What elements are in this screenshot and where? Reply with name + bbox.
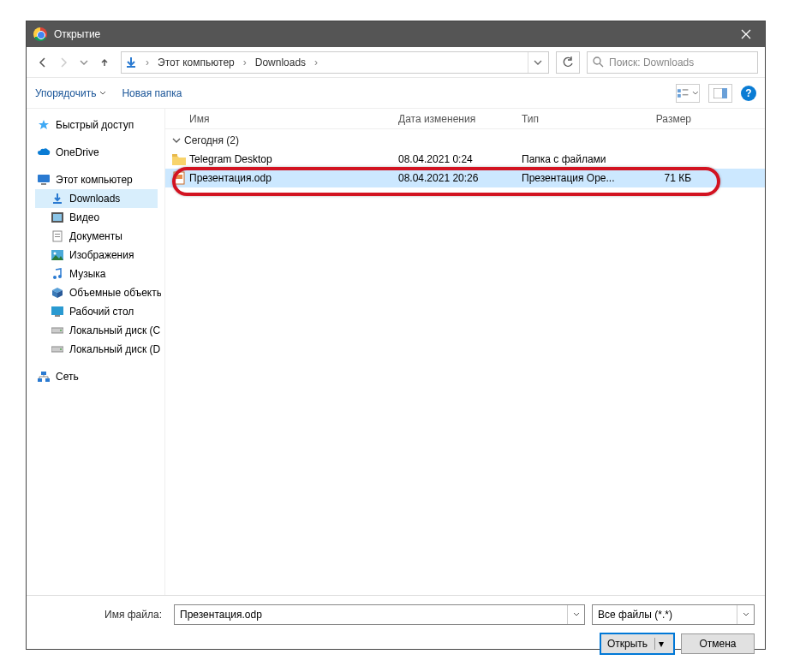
chevron-right-icon[interactable]: › (142, 56, 152, 68)
downloads-icon (51, 192, 64, 205)
dropdown-icon[interactable] (567, 605, 584, 624)
image-icon (51, 248, 64, 262)
svg-rect-4 (678, 93, 681, 97)
footer: Имя файла: Презентация.odp Все файлы (*.… (27, 595, 765, 663)
titlebar: Открытие (27, 21, 765, 47)
svg-rect-12 (53, 214, 62, 221)
drive-icon (51, 324, 64, 337)
desktop-icon (51, 305, 64, 318)
svg-rect-20 (51, 306, 63, 315)
svg-point-23 (60, 330, 62, 331)
search-icon (593, 56, 604, 68)
folder-icon (172, 152, 186, 166)
tree-local-disk-d[interactable]: Локальный диск (D:) (35, 340, 161, 359)
svg-point-17 (54, 253, 57, 255)
tree-documents[interactable]: Документы (35, 227, 161, 246)
svg-rect-5 (683, 93, 689, 94)
help-button[interactable]: ? (741, 86, 756, 101)
monitor-icon (37, 173, 51, 187)
address-history-button[interactable] (528, 52, 546, 73)
file-open-dialog: Открытие › Этот компьютер › Downloads › (26, 21, 766, 650)
svg-point-1 (594, 57, 600, 64)
chevron-right-icon[interactable]: › (240, 56, 250, 68)
column-type[interactable]: Тип (522, 113, 624, 125)
tree-onedrive[interactable]: OneDrive (35, 143, 161, 162)
tree-local-disk-c[interactable]: Локальный диск (C:) (35, 321, 161, 340)
preview-pane-button[interactable] (708, 84, 732, 103)
organize-button[interactable]: Упорядочить (35, 87, 106, 99)
svg-rect-10 (53, 202, 62, 204)
filename-label: Имя файла: (37, 609, 167, 621)
svg-rect-27 (38, 378, 42, 382)
group-header[interactable]: Сегодня (2) (165, 129, 765, 150)
recent-locations-button[interactable] (75, 53, 93, 72)
chevron-down-icon (172, 136, 181, 145)
tree-downloads[interactable]: Downloads (35, 189, 158, 208)
tree-desktop[interactable]: Рабочий стол (35, 302, 161, 321)
refresh-button[interactable] (556, 51, 580, 74)
filename-input[interactable]: Презентация.odp (174, 604, 585, 625)
column-size[interactable]: Размер (624, 113, 691, 125)
music-icon (51, 267, 64, 281)
dropdown-icon[interactable] (737, 605, 754, 624)
crumb-this-pc[interactable]: Этот компьютер (152, 55, 240, 70)
up-button[interactable] (95, 53, 114, 72)
view-options-button[interactable] (676, 84, 700, 103)
svg-rect-28 (45, 378, 50, 382)
svg-rect-29 (172, 154, 177, 157)
svg-rect-9 (41, 183, 46, 185)
svg-point-25 (60, 348, 62, 350)
star-icon (37, 118, 51, 132)
column-header-row: Имя Дата изменения Тип Размер (165, 109, 765, 129)
nav-tree: Быстрый доступ OneDrive Этот компьютер D… (27, 109, 165, 595)
file-row-folder[interactable]: Telegram Desktop 08.04.2021 0:24 Папка с… (165, 150, 765, 169)
svg-rect-2 (678, 89, 681, 92)
close-button[interactable] (727, 21, 765, 47)
dropdown-icon (99, 90, 106, 97)
tree-this-pc[interactable]: Этот компьютер (35, 170, 161, 189)
tree-quick-access[interactable]: Быстрый доступ (35, 116, 161, 134)
search-placeholder: Поиск: Downloads (609, 56, 694, 68)
tree-network[interactable]: Сеть (35, 367, 161, 386)
presentation-icon (172, 171, 186, 185)
film-icon (51, 211, 64, 224)
cancel-button[interactable]: Отмена (681, 633, 755, 654)
svg-point-19 (58, 275, 62, 278)
svg-rect-15 (55, 236, 60, 237)
crumb-downloads[interactable]: Downloads (250, 55, 311, 70)
file-type-filter[interactable]: Все файлы (*.*) (592, 604, 755, 625)
svg-rect-21 (55, 315, 60, 317)
new-folder-button[interactable]: Новая папка (122, 87, 182, 99)
breadcrumb[interactable]: › Этот компьютер › Downloads › (121, 51, 549, 74)
svg-rect-0 (127, 66, 135, 68)
column-date[interactable]: Дата изменения (398, 113, 522, 125)
toolbar: Упорядочить Новая папка ? (27, 78, 765, 109)
file-list: Имя Дата изменения Тип Размер Сегодня (2… (165, 109, 765, 595)
svg-rect-14 (55, 234, 60, 235)
open-button[interactable]: Открыть ▾ (600, 633, 674, 654)
svg-rect-8 (38, 175, 50, 182)
search-input[interactable]: Поиск: Downloads (587, 51, 758, 74)
cube-icon (51, 286, 64, 300)
tree-music[interactable]: Музыка (35, 265, 161, 283)
forward-button[interactable] (54, 53, 73, 72)
window-title: Открытие (54, 28, 100, 40)
open-split-dropdown[interactable]: ▾ (654, 638, 667, 650)
file-row-odp[interactable]: Презентация.odp 08.04.2021 20:26 Презент… (165, 169, 765, 187)
downloads-icon (123, 55, 139, 70)
column-name[interactable]: Имя (189, 113, 398, 125)
address-bar: › Этот компьютер › Downloads › Поиск: Do… (27, 47, 765, 78)
tree-pictures[interactable]: Изображения (35, 246, 161, 265)
network-icon (37, 370, 51, 384)
chrome-icon (33, 27, 47, 41)
tree-3d-objects[interactable]: Объемные объекты (35, 283, 161, 302)
tree-videos[interactable]: Видео (35, 208, 161, 227)
drive-icon (51, 342, 64, 356)
svg-point-18 (53, 276, 57, 279)
back-button[interactable] (33, 53, 52, 72)
chevron-right-icon[interactable]: › (311, 56, 321, 68)
document-icon (51, 229, 64, 243)
svg-rect-7 (722, 88, 727, 98)
svg-rect-26 (41, 372, 46, 375)
cloud-icon (37, 146, 51, 159)
